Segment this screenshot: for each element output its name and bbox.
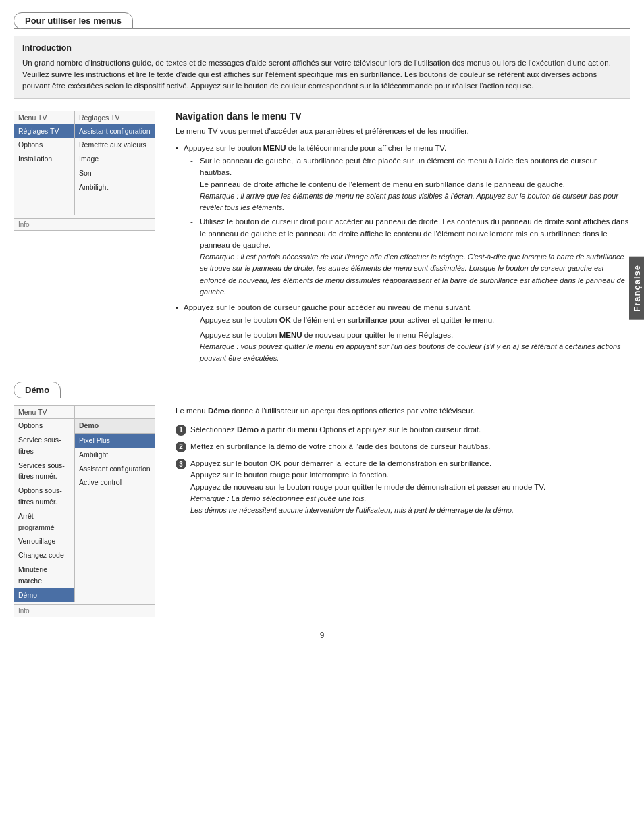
top-two-col: Menu TV Réglages TV Réglages TV Options …: [14, 111, 630, 369]
menu-info-label: Info: [14, 218, 155, 230]
step-2-text: Mettez en surbrillance la démo de votre …: [190, 441, 630, 452]
demo-right-item-pixel[interactable]: Pixel Plus: [75, 434, 155, 448]
demo-section-header: Démo: [14, 382, 61, 398]
demo-right-item-empty-2: [75, 500, 155, 511]
menu-left-items: Réglages TV Options Installation: [14, 124, 75, 216]
navigation-col: Navigation dans le menu TV Le menu TV vo…: [176, 111, 630, 369]
demo-menu-item-options-num[interactable]: Options sous-titres numér.: [14, 484, 74, 509]
nav-sub-2-1: Appuyez sur le bouton OK de l'élément en…: [190, 315, 630, 326]
demo-menu-items-rows: Options Service sous-titres Services sou…: [14, 419, 155, 602]
menu-right-item-assistant[interactable]: Assistant configuration: [75, 124, 155, 138]
top-section-header-wrap: Pour utiliser les menus: [14, 12, 630, 29]
demo-menu-item-demo[interactable]: Démo: [14, 588, 74, 602]
menu-item-empty-2: [14, 177, 74, 188]
step-1-text: Sélectionnez Démo à partir du menu Optio…: [190, 424, 630, 436]
menu-mockup-col: Menu TV Réglages TV Réglages TV Options …: [14, 111, 162, 369]
page: Pour utiliser les menus Introduction Un …: [0, 0, 644, 834]
demo-menu-box: Menu TV Options Service sous-titres Serv…: [14, 405, 155, 617]
nav-sub-list-2: Appuyez sur le bouton OK de l'élément en…: [184, 315, 630, 364]
menu-items-rows: Réglages TV Options Installation Assista…: [14, 124, 155, 216]
nav-bullet-2: Appuyez sur le bouton de curseur gauche …: [176, 302, 630, 364]
demo-menu-info-label: Info: [14, 604, 155, 617]
menu-right-item-image[interactable]: Image: [75, 152, 155, 166]
demo-menu-item-verrouillage[interactable]: Verrouillage: [14, 534, 74, 548]
page-number: 9: [14, 631, 630, 640]
demo-menu-right-items: Démo Pixel Plus Ambilight Assistant conf…: [75, 419, 155, 602]
demo-menu-item-services-num[interactable]: Services sous-titres numér.: [14, 459, 74, 484]
menu-right-item-remettre[interactable]: Remettre aux valeurs: [75, 138, 155, 152]
nav-sub-1-1: Sur le panneau de gauche, la surbrillanc…: [190, 155, 630, 213]
demo-menu-top-left-label: Menu TV: [14, 406, 75, 418]
menu-header-row: Menu TV Réglages TV: [14, 111, 155, 124]
step-3-number: 3: [176, 459, 186, 469]
nav-title: Navigation dans le menu TV: [176, 111, 630, 122]
demo-step-1: 1 Sélectionnez Démo à partir du menu Opt…: [176, 424, 630, 436]
demo-menu-item-arret[interactable]: Arrêt programmé: [14, 509, 74, 535]
nav-note-1-1: Remarque : il arrive que les éléments de…: [200, 192, 618, 211]
demo-two-col: Menu TV Options Service sous-titres Serv…: [14, 405, 630, 617]
step-3-text: Appuyez sur le bouton OK pour démarrer l…: [190, 458, 630, 516]
demo-right-header: Démo: [75, 419, 155, 434]
nav-bullet-1: Appuyez sur le bouton MENU de la télécom…: [176, 142, 630, 298]
demo-right-item-assistant[interactable]: Assistant configuration: [75, 462, 155, 476]
menu-top-right-label: Réglages TV: [75, 111, 155, 124]
demo-menu-item-changez[interactable]: Changez code: [14, 548, 74, 563]
menu-top-left-label: Menu TV: [14, 111, 75, 124]
menu-right-items: Assistant configuration Remettre aux val…: [75, 124, 155, 216]
demo-menu-item-minuterie[interactable]: Minuterie marche: [14, 563, 74, 588]
top-section-header: Pour utiliser les menus: [14, 12, 133, 29]
sidebar-french-label: Française: [629, 257, 644, 320]
demo-steps-list: 1 Sélectionnez Démo à partir du menu Opt…: [176, 424, 630, 517]
intro-block: Introduction Un grand nombre d'instructi…: [14, 36, 630, 99]
menu-right-item-son[interactable]: Son: [75, 166, 155, 180]
demo-menu-item-options[interactable]: Options: [14, 419, 74, 433]
menu-item-reglages-tv[interactable]: Réglages TV: [14, 124, 74, 138]
demo-step-2: 2 Mettez en surbrillance la démo de votr…: [176, 441, 630, 452]
step-2-number: 2: [176, 442, 186, 452]
menu-box: Menu TV Réglages TV Réglages TV Options …: [14, 111, 155, 232]
menu-right-item-ambilight[interactable]: Ambilight: [75, 180, 155, 194]
demo-right-item-active[interactable]: Active control: [75, 475, 155, 490]
menu-item-empty-3: [14, 188, 74, 199]
demo-menu-top-right-label: [75, 406, 155, 418]
demo-step-3: 3 Appuyez sur le bouton OK pour démarrer…: [176, 458, 630, 516]
demo-section-header-wrap: Démo: [14, 382, 630, 398]
menu-item-empty-1: [14, 166, 74, 177]
menu-item-installation[interactable]: Installation: [14, 152, 74, 166]
demo-menu-left-items: Options Service sous-titres Services sou…: [14, 419, 75, 602]
nav-sub-2-2: Appuyez sur le bouton MENU de nouveau po…: [190, 330, 630, 365]
nav-sub-1-2: Utilisez le bouton de curseur droit pour…: [190, 216, 630, 298]
demo-note-3: Remarque : La démo sélectionnée est joué…: [190, 494, 514, 514]
demo-intro-text: Le menu Démo donne à l'utilisateur un ap…: [176, 405, 630, 417]
step-1-number: 1: [176, 425, 186, 436]
demo-menu-item-service[interactable]: Service sous-titres: [14, 433, 74, 459]
demo-right-item-empty-3: [75, 511, 155, 522]
demo-content-col: Le menu Démo donne à l'utilisateur un ap…: [176, 405, 630, 617]
nav-sub-list-1: Sur le panneau de gauche, la surbrillanc…: [184, 155, 630, 298]
demo-menu-header-row: Menu TV: [14, 406, 155, 419]
nav-intro-text: Le menu TV vous permet d'accéder aux par…: [176, 126, 630, 137]
intro-body: Un grand nombre d'instructions guide, de…: [22, 57, 622, 93]
menu-item-empty-4: [14, 199, 74, 209]
demo-right-item-empty-1: [75, 490, 155, 500]
menu-item-options[interactable]: Options: [14, 138, 74, 152]
nav-note-2-2: Remarque : vous pouvez quitter le menu e…: [200, 342, 621, 362]
nav-bullet-list: Appuyez sur le bouton MENU de la télécom…: [176, 142, 630, 365]
intro-title: Introduction: [22, 42, 622, 55]
nav-note-1-2: Remarque : il est parfois nécessaire de …: [200, 253, 625, 296]
demo-right-item-ambilight[interactable]: Ambilight: [75, 448, 155, 462]
menu-right-item-empty-1: [75, 194, 155, 205]
demo-menu-col: Menu TV Options Service sous-titres Serv…: [14, 405, 162, 617]
menu-right-item-empty-2: [75, 205, 155, 215]
